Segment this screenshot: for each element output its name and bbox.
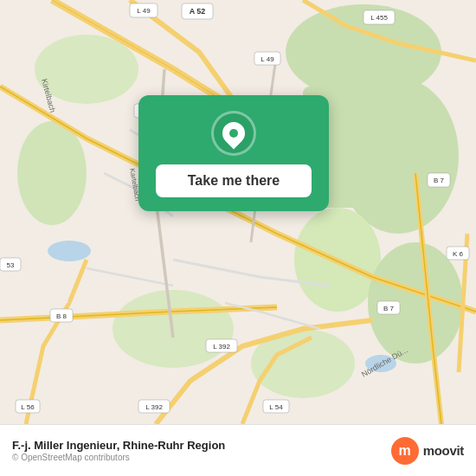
svg-text:L 54: L 54 [269,403,283,411]
svg-text:B 7: B 7 [383,305,395,312]
svg-point-10 [48,241,91,261]
bottom-info-bar: F.-j. Miller Ingenieur, Rhine-Ruhr Regio… [0,424,476,476]
location-icon-container [211,111,256,156]
moovit-text: moovit [423,443,464,458]
location-pin-icon [218,118,250,150]
svg-text:K 6: K 6 [453,250,464,258]
moovit-logo: m moovit [391,437,464,465]
svg-text:L 392: L 392 [213,343,230,351]
svg-text:B 7: B 7 [434,177,445,184]
svg-text:L 49: L 49 [261,55,274,63]
svg-text:B 8: B 8 [56,312,68,320]
svg-text:A 52: A 52 [190,7,206,16]
map-view: A 52 L 49 L 392 L 455 L 49 B 7 K 6 B 8 L… [0,0,476,424]
svg-text:L 455: L 455 [370,14,388,22]
svg-point-7 [17,121,87,225]
svg-text:L 392: L 392 [145,403,163,411]
take-me-there-button[interactable]: Take me there [156,164,312,197]
svg-text:L 49: L 49 [137,7,151,15]
destination-card: Take me there [138,95,329,211]
moovit-icon: m [391,437,419,465]
place-info: F.-j. Miller Ingenieur, Rhine-Ruhr Regio… [12,439,225,462]
osm-attribution: © OpenStreetMap contributors [12,453,225,462]
place-name: F.-j. Miller Ingenieur, Rhine-Ruhr Regio… [12,439,225,452]
svg-text:L 56: L 56 [21,403,35,411]
svg-text:53: 53 [7,261,15,269]
